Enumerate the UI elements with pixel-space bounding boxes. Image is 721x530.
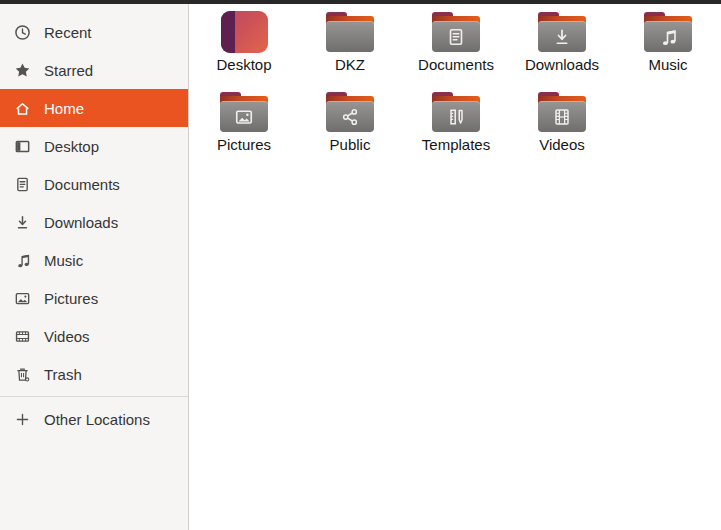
sidebar-item-label: Other Locations	[44, 411, 150, 428]
file-item-public[interactable]: Public	[297, 90, 403, 170]
sidebar-separator	[0, 396, 188, 397]
document-icon	[14, 176, 31, 193]
file-item-label: Public	[330, 136, 371, 154]
folder-shape	[538, 92, 586, 132]
sidebar-item-label: Recent	[44, 24, 92, 41]
file-item-templates[interactable]: Templates	[403, 90, 509, 170]
filmv-icon	[552, 107, 572, 127]
document-icon	[446, 27, 466, 47]
sidebar-item-other-locations[interactable]: Other Locations	[0, 400, 188, 438]
plus-icon	[14, 411, 31, 428]
folder-icon	[538, 10, 586, 53]
folder-icon	[326, 10, 374, 53]
music-icon	[14, 252, 31, 269]
folder-shape	[432, 92, 480, 132]
download-icon	[552, 27, 572, 47]
file-item-label: Templates	[422, 136, 490, 154]
file-item-label: Pictures	[217, 136, 271, 154]
sidebar-item-home[interactable]: Home	[0, 89, 188, 127]
folder-front	[432, 21, 480, 52]
file-item-label: Downloads	[525, 56, 599, 74]
desktop-wallpaper-icon	[221, 10, 268, 53]
sidebar-item-pictures[interactable]: Pictures	[0, 279, 188, 317]
sidebar-item-label: Trash	[44, 366, 82, 383]
sidebar-item-label: Videos	[44, 328, 90, 345]
file-item-downloads[interactable]: Downloads	[509, 10, 615, 90]
sidebar-list: RecentStarredHomeDesktopDocumentsDownloa…	[0, 13, 188, 438]
files-view: DesktopDKZDocumentsDownloadsMusicPicture…	[189, 4, 721, 530]
file-item-dkz[interactable]: DKZ	[297, 10, 403, 90]
sidebar-item-label: Music	[44, 252, 83, 269]
folder-icon	[644, 10, 692, 53]
folder-shape	[326, 12, 374, 52]
sidebar-item-starred[interactable]: Starred	[0, 51, 188, 89]
file-item-label: Desktop	[216, 56, 271, 74]
folder-icon	[432, 10, 480, 53]
file-item-pictures[interactable]: Pictures	[191, 90, 297, 170]
film-icon	[14, 328, 31, 345]
sidebar-item-label: Downloads	[44, 214, 118, 231]
folder-icon	[220, 90, 268, 133]
trash-icon	[14, 366, 31, 383]
sidebar-item-desktop[interactable]: Desktop	[0, 127, 188, 165]
star-icon	[14, 62, 31, 79]
file-item-documents[interactable]: Documents	[403, 10, 509, 90]
picture-icon	[14, 290, 31, 307]
folder-front	[220, 101, 268, 132]
folder-shape	[432, 12, 480, 52]
home-icon	[14, 100, 31, 117]
desktop-tile-icon	[221, 11, 268, 53]
folder-front	[644, 21, 692, 52]
folder-front	[326, 101, 374, 132]
sidebar: RecentStarredHomeDesktopDocumentsDownloa…	[0, 4, 189, 530]
picture-icon	[234, 107, 254, 127]
folder-shape	[644, 12, 692, 52]
sidebar-item-label: Home	[44, 100, 84, 117]
file-manager-window: RecentStarredHomeDesktopDocumentsDownloa…	[0, 4, 721, 530]
folder-icon	[432, 90, 480, 133]
file-item-videos[interactable]: Videos	[509, 90, 615, 170]
folder-shape	[326, 92, 374, 132]
clock-icon	[14, 24, 31, 41]
file-item-label: Music	[648, 56, 687, 74]
sidebar-item-recent[interactable]: Recent	[0, 13, 188, 51]
file-item-desktop[interactable]: Desktop	[191, 10, 297, 90]
sidebar-item-label: Documents	[44, 176, 120, 193]
sidebar-item-music[interactable]: Music	[0, 241, 188, 279]
sidebar-item-trash[interactable]: Trash	[0, 355, 188, 393]
sidebar-item-label: Starred	[44, 62, 93, 79]
file-item-label: DKZ	[335, 56, 365, 74]
desktop-icon	[14, 138, 31, 155]
music-icon	[658, 27, 678, 47]
share-icon	[340, 107, 360, 127]
file-item-label: Videos	[539, 136, 585, 154]
download-icon	[14, 214, 31, 231]
folder-shape	[538, 12, 586, 52]
file-grid: DesktopDKZDocumentsDownloadsMusicPicture…	[189, 4, 721, 170]
file-item-label: Documents	[418, 56, 494, 74]
template-icon	[446, 107, 466, 127]
folder-shape	[220, 92, 268, 132]
sidebar-item-downloads[interactable]: Downloads	[0, 203, 188, 241]
folder-front	[326, 21, 374, 52]
folder-front	[538, 21, 586, 52]
folder-icon	[326, 90, 374, 133]
file-item-music[interactable]: Music	[615, 10, 721, 90]
folder-front	[432, 101, 480, 132]
folder-front	[538, 101, 586, 132]
sidebar-item-label: Pictures	[44, 290, 98, 307]
sidebar-item-documents[interactable]: Documents	[0, 165, 188, 203]
sidebar-item-videos[interactable]: Videos	[0, 317, 188, 355]
folder-icon	[538, 90, 586, 133]
sidebar-item-label: Desktop	[44, 138, 99, 155]
